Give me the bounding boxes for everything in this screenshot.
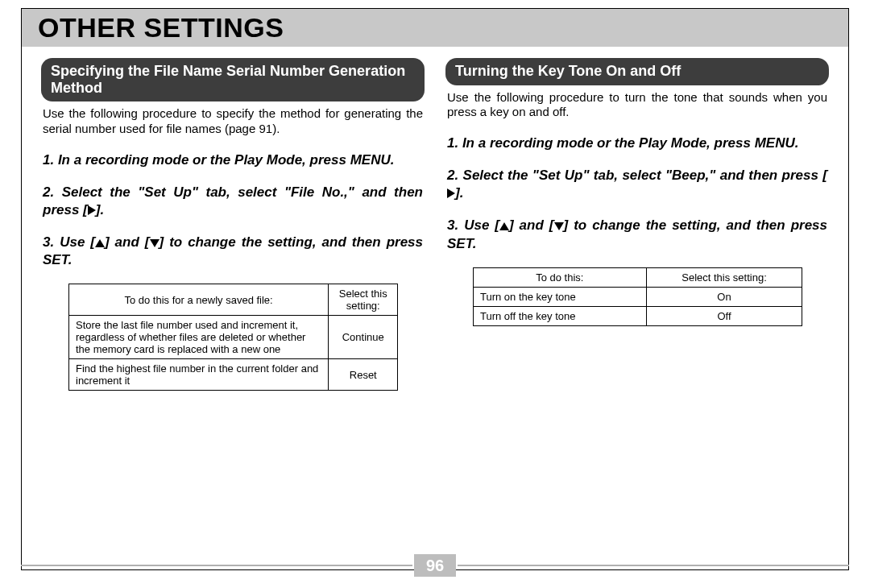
page-title-bar: OTHER SETTINGS [22,9,848,47]
step-2: 2. Select the "Set Up" tab, select "File… [43,184,423,219]
options-table: To do this: Select this setting: Turn on… [473,267,802,326]
column-left: Specifying the File Name Serial Number G… [41,58,425,569]
table-cell-desc: Turn off the key tone [474,306,647,325]
triangle-up-icon [499,222,509,230]
section-heading-file-number: Specifying the File Name Serial Number G… [41,58,425,101]
steps-list: 1. In a recording mode or the Play Mode,… [43,151,423,269]
page-number: 96 [414,554,456,577]
step-text-b: ]. [96,202,104,217]
column-right: Turning the Key Tone On and Off Use the … [445,58,829,569]
section-heading-key-tone: Turning the Key Tone On and Off [445,58,829,85]
table-row: Turn off the key tone Off [474,306,802,325]
table-header-row: To do this: Select this setting: [474,267,802,287]
page-footer: 96 [21,554,849,577]
page-title: OTHER SETTINGS [38,12,832,43]
step-3: 3. Use [] and [] to change the setting, … [447,217,827,252]
page-frame: OTHER SETTINGS Specifying the File Name … [21,8,849,570]
table-row: Find the highest file number in the curr… [69,359,398,391]
step-text-a: 3. Use [ [43,234,95,250]
step-3: 3. Use [] and [] to change the setting, … [43,234,423,269]
step-text-b: ]. [455,185,463,201]
footer-rule [21,565,412,566]
triangle-down-icon [554,222,564,230]
step-text-b: ] and [ [105,234,150,250]
intro-text: Use the following procedure to specify t… [43,106,423,137]
triangle-right-icon [447,188,455,198]
table-header: To do this: [474,267,647,287]
options-table: To do this for a newly saved file: Selec… [68,284,398,391]
table-cell-desc: Store the last file number used and incr… [69,316,329,359]
step-text: 1. In a recording mode or the Play Mode,… [43,152,394,168]
triangle-up-icon [95,239,105,247]
table-cell-setting: Off [646,306,802,325]
table-cell-setting: Continue [329,316,398,359]
table-header-row: To do this for a newly saved file: Selec… [69,284,398,316]
table-cell-setting: On [646,287,802,306]
table-cell-desc: Find the highest file number in the curr… [69,359,329,391]
content-columns: Specifying the File Name Serial Number G… [22,47,848,569]
step-1: 1. In a recording mode or the Play Mode,… [43,151,423,169]
triangle-right-icon [88,205,96,215]
table-row: Turn on the key tone On [474,287,802,306]
footer-rule [458,565,849,566]
step-text-a: 2. Select the "Set Up" tab, select "Beep… [447,168,827,183]
steps-list: 1. In a recording mode or the Play Mode,… [447,135,827,252]
step-text: 1. In a recording mode or the Play Mode,… [447,135,798,151]
step-2: 2. Select the "Set Up" tab, select "Beep… [447,167,827,202]
table-header: Select this setting: [329,284,398,316]
intro-text: Use the following procedure to turn the … [447,90,827,121]
step-text-b: ] and [ [509,217,554,233]
table-header: To do this for a newly saved file: [69,284,329,316]
table-header: Select this setting: [646,267,802,287]
triangle-down-icon [150,239,160,247]
table-row: Store the last file number used and incr… [69,316,398,359]
table-cell-setting: Reset [329,359,398,391]
table-cell-desc: Turn on the key tone [474,287,647,306]
step-1: 1. In a recording mode or the Play Mode,… [447,135,827,152]
step-text-a: 3. Use [ [447,217,499,233]
